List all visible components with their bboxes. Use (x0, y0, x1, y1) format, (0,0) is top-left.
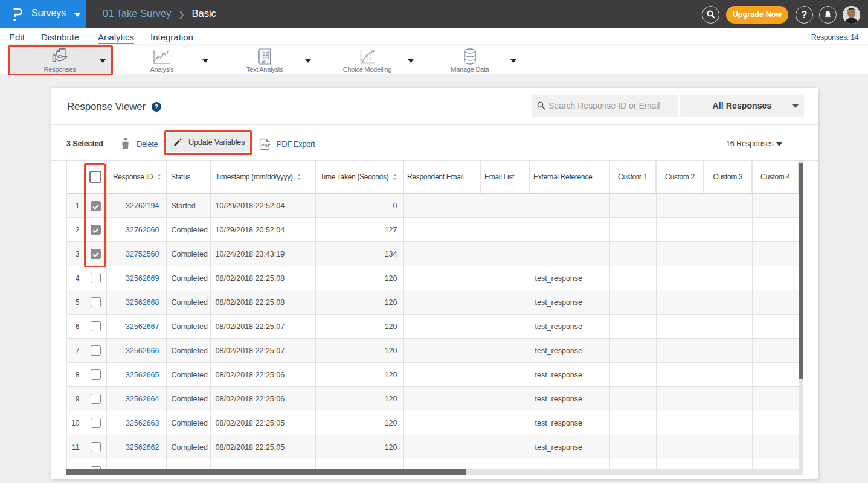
svg-text:PDF: PDF (261, 143, 271, 149)
